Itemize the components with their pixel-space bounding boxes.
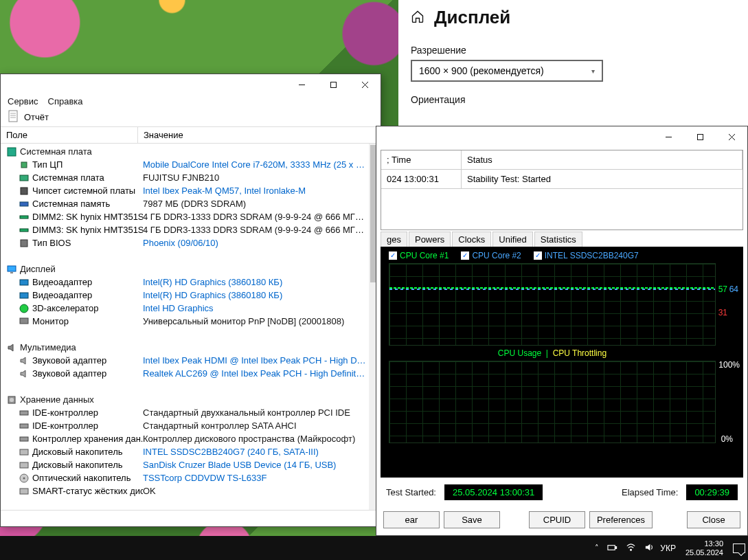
optical-icon <box>19 473 30 484</box>
section-motherboard[interactable]: Системная плата <box>1 145 381 158</box>
titlebar <box>1 74 381 95</box>
gpu-icon <box>19 277 30 288</box>
button-row: ear Save CPUID Preferences Close <box>376 507 747 535</box>
chk-ssd[interactable]: ✓INTEL SSDSC2BB240G7 <box>534 251 639 260</box>
col-status[interactable]: Status <box>462 150 743 169</box>
status-grid: ; Time Status 024 13:00:31 Stability Tes… <box>381 150 743 230</box>
minimize-button[interactable] <box>653 126 684 147</box>
marker-57: 57 <box>718 284 727 294</box>
speaker-icon <box>6 342 17 353</box>
section-display[interactable]: Дисплей <box>1 262 381 276</box>
svg-rect-11 <box>21 188 27 194</box>
col-time[interactable]: ; Time <box>381 150 462 169</box>
monitor-icon <box>19 316 30 327</box>
svg-point-20 <box>20 304 28 313</box>
stress-titlebar <box>376 126 747 147</box>
marker-31: 31 <box>718 308 727 317</box>
dimm-icon <box>19 225 30 236</box>
menu-service[interactable]: Сервис <box>8 96 38 107</box>
section-multimedia[interactable]: Мультимедиа <box>1 341 381 354</box>
maximize-button[interactable] <box>684 126 716 147</box>
svg-point-38 <box>631 549 632 550</box>
volume-icon[interactable] <box>644 542 655 554</box>
graph1-legend: ✓CPU Core #1 ✓CPU Core #2 ✓INTEL SSDSC2B… <box>389 251 716 260</box>
svg-rect-33 <box>697 134 703 139</box>
test-started-label: Test Started: <box>386 487 436 497</box>
wifi-icon[interactable] <box>626 542 636 554</box>
gpu-icon <box>19 290 30 301</box>
tray-overflow-icon[interactable]: ˄ <box>595 544 599 552</box>
language-indicator[interactable]: УКР <box>660 544 676 553</box>
controller-icon <box>19 407 30 418</box>
system-tray: ˄ <box>595 542 655 554</box>
notification-icon[interactable] <box>733 544 745 553</box>
cpu-icon <box>19 159 30 170</box>
clock[interactable]: 13:30 25.05.2024 <box>681 539 727 557</box>
svg-rect-16 <box>8 266 16 271</box>
tab-statistics[interactable]: Statistics <box>534 232 582 247</box>
col-value[interactable]: Значение <box>138 127 189 143</box>
settings-display-panel: Дисплей Разрешение 1600 × 900 (рекоменду… <box>398 0 748 131</box>
svg-rect-21 <box>20 318 28 324</box>
close-button[interactable] <box>349 74 381 95</box>
bios-icon <box>19 238 30 249</box>
marker-100: 100% <box>718 360 740 370</box>
minimize-button[interactable] <box>286 74 317 95</box>
graph2-legend: CPU Usage | CPU Throttling <box>389 348 716 358</box>
marker-0: 0% <box>721 434 733 444</box>
close-button[interactable] <box>716 126 747 147</box>
battery-icon[interactable] <box>607 542 617 554</box>
svg-rect-28 <box>20 462 28 468</box>
svg-rect-12 <box>20 202 28 206</box>
svg-point-23 <box>10 398 14 402</box>
tab-unified[interactable]: Unified <box>492 232 532 247</box>
smart-icon <box>19 486 30 497</box>
clear-button[interactable]: ear <box>383 511 440 528</box>
close-button[interactable]: Close <box>687 511 740 528</box>
display-icon <box>6 264 17 275</box>
marker-64: 64 <box>729 284 738 294</box>
elapsed-label: Elapsed Time: <box>622 487 678 497</box>
section-storage[interactable]: Хранение данных <box>1 393 381 406</box>
col-field[interactable]: Поле <box>1 127 138 143</box>
svg-rect-15 <box>21 240 27 247</box>
svg-rect-37 <box>615 547 617 549</box>
stability-test-window: ; Time Status 024 13:00:31 Stability Tes… <box>376 126 748 536</box>
info-row: Test Started: 25.05.2024 13:00:31 Elapse… <box>376 478 747 507</box>
menu-help[interactable]: Справка <box>48 96 83 107</box>
audio-icon <box>19 368 30 379</box>
svg-rect-10 <box>20 175 28 181</box>
status-row[interactable]: 024 13:00:31 Stability Test: Started <box>381 169 743 188</box>
orientation-label: Ориентация <box>411 94 734 105</box>
usage-graph: 100% 0% <box>389 361 716 443</box>
chk-core2[interactable]: ✓CPU Core #2 <box>461 251 521 260</box>
cpuid-button[interactable]: CPUID <box>529 511 585 528</box>
chipset-icon <box>19 186 30 197</box>
tab-ges[interactable]: ges <box>381 232 407 247</box>
temperature-graph: 57 64 31 <box>389 263 716 346</box>
svg-rect-13 <box>20 216 28 219</box>
svg-rect-25 <box>20 424 28 428</box>
dimm-icon <box>19 212 30 223</box>
system-report-window: Сервис Справка Отчёт Поле Значение Систе… <box>0 74 381 527</box>
svg-rect-26 <box>20 437 28 441</box>
svg-point-30 <box>23 477 25 479</box>
resolution-dropdown[interactable]: 1600 × 900 (рекомендуется) ▾ <box>411 60 603 82</box>
chk-core1[interactable]: ✓CPU Core #1 <box>389 251 449 260</box>
tab-powers[interactable]: Powers <box>409 232 451 247</box>
storage-icon <box>6 394 17 405</box>
preferences-button[interactable]: Preferences <box>589 511 653 528</box>
settings-heading: Дисплей <box>434 7 510 28</box>
column-headers: Поле Значение <box>1 126 381 144</box>
save-button[interactable]: Save <box>444 511 500 528</box>
toolbar-report-label[interactable]: Отчёт <box>24 112 49 122</box>
home-icon[interactable] <box>411 10 424 26</box>
taskbar: ˄ УКР 13:30 25.05.2024 <box>0 536 748 560</box>
svg-rect-14 <box>20 229 28 232</box>
resolution-label: Разрешение <box>411 45 734 56</box>
drive-icon <box>19 460 30 471</box>
svg-rect-8 <box>8 148 16 156</box>
svg-rect-4 <box>9 111 17 122</box>
tab-clocks[interactable]: Clocks <box>452 232 491 247</box>
maximize-button[interactable] <box>317 74 349 95</box>
